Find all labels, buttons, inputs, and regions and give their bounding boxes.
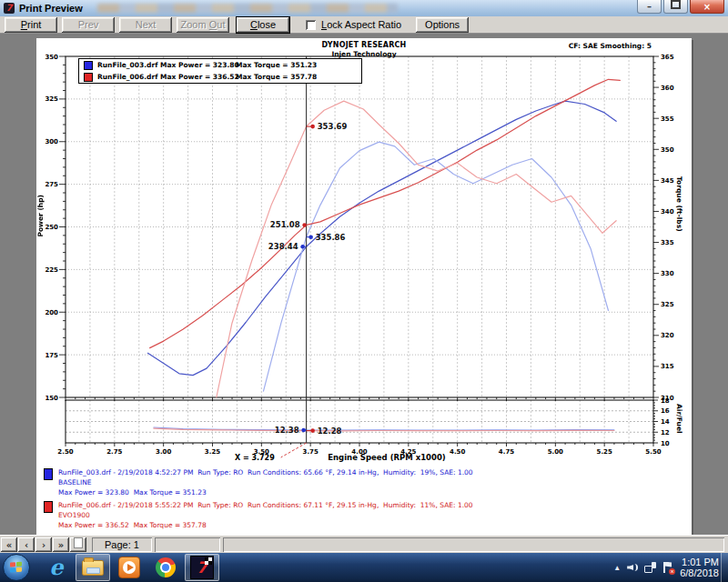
volume-icon[interactable] [627, 562, 638, 573]
start-button[interactable] [3, 554, 30, 581]
run-name: BASELINE [58, 477, 681, 487]
torque-tick-label: 315 [661, 363, 674, 370]
title-path-redacted [97, 4, 398, 13]
power-tick-label: 250 [45, 224, 58, 231]
prev-page-button[interactable]: ‹ [18, 537, 35, 552]
x-tick-label: 5.50 [645, 448, 661, 456]
network-icon[interactable] [644, 562, 656, 573]
legend-text: RunFile_006.drf Max Power = 336.52 [97, 73, 236, 81]
page-setup-button[interactable] [70, 537, 86, 552]
af-tick-label: 14 [661, 418, 670, 426]
torque-tick-label: 335 [661, 239, 674, 246]
af-tick-label: 10 [661, 440, 670, 447]
legend-swatch-blue [84, 61, 93, 70]
power-tick-label: 350 [45, 54, 58, 61]
power-axis-title: Power (hp) [36, 195, 45, 237]
run-max-values: Max Power = 323.80 Max Torque = 351.23 [58, 487, 681, 497]
page-icon [74, 537, 83, 548]
torque-tick-label: 360 [661, 85, 674, 92]
af-tick-label: 18 [661, 397, 670, 405]
taskbar-item-internet-explorer[interactable]: e [39, 554, 74, 581]
close-window-button[interactable]: × [690, 0, 724, 14]
status-panel [155, 537, 220, 552]
zoom-out-button[interactable]: Zoom Out [177, 17, 229, 33]
clock-time: 1:01 PM [680, 557, 719, 567]
show-desktop-button[interactable] [721, 553, 728, 582]
lock-aspect-label: Lock Aspect Ratio [321, 19, 401, 30]
preview-workspace: DYNOJET RESEARCH Injen Technology CF: SA… [0, 34, 728, 535]
taskbar-item-chrome[interactable] [148, 554, 183, 581]
lock-aspect-group: Lock Aspect Ratio [306, 19, 401, 30]
legend-swatch-red [84, 73, 93, 82]
taskbar-item-media-player[interactable] [112, 554, 147, 581]
callout-dot [310, 428, 315, 433]
minimize-button[interactable]: – [637, 0, 662, 14]
series-RunFile_006-power [150, 79, 621, 347]
power-tick-label: 325 [45, 95, 58, 103]
internet-explorer-icon: e [49, 557, 63, 578]
x-tick-label: 3.00 [156, 448, 171, 456]
legend-text: Max Torque = 357.78 [236, 73, 317, 81]
torque-axis-title: Torque (ft-lbs) [675, 176, 683, 232]
x-tick-label: 4.75 [499, 448, 514, 456]
prev-button[interactable]: Prev [62, 17, 115, 33]
run-info-entry: RunFile_003.drf - 2/19/2018 4:52:27 PM R… [44, 467, 681, 497]
run-conditions: RunFile_003.drf - 2/19/2018 4:52:27 PM R… [58, 467, 681, 477]
callout-value-label: 12.28 [318, 426, 342, 436]
torque-tick-label: 325 [661, 301, 674, 308]
legend-text: RunFile_003.drf Max Power = 323.80 [97, 61, 236, 69]
series-RunFile_003-torque [264, 142, 609, 391]
x-tick-label: 2.50 [57, 448, 73, 456]
af-tick-label: 16 [661, 407, 670, 415]
chart-legend: RunFile_003.drf Max Power = 323.80 Max T… [78, 58, 362, 84]
run-swatch-blue [44, 468, 53, 480]
x-tick-label: 5.25 [597, 448, 612, 456]
cursor-x-label: X = 3.729 [235, 454, 275, 462]
callout-dot [308, 235, 313, 239]
restore-icon [671, 0, 681, 9]
title-bar: 7 Print Preview – × [0, 0, 728, 17]
x-tick-label: 5.00 [548, 448, 563, 456]
power-tick-label: 200 [45, 309, 58, 316]
hidden-icons-arrow-icon[interactable]: ▲ [613, 564, 621, 572]
print-button[interactable]: Print [5, 17, 57, 33]
callout-dot [301, 428, 306, 433]
run-conditions: RunFile_006.drf - 2/19/2018 5:55:22 PM R… [58, 500, 681, 510]
legend-text: Max Torque = 351.23 [236, 61, 317, 69]
maximize-button[interactable] [663, 0, 688, 14]
taskbar-item-file-explorer[interactable] [76, 554, 110, 581]
next-button[interactable]: Next [119, 17, 172, 33]
last-page-button[interactable]: » [53, 537, 69, 552]
first-page-button[interactable]: « [1, 537, 17, 552]
action-center-badge: × [669, 568, 675, 575]
x-axis-title: Engine Speed (RPM x1000) [296, 453, 478, 462]
taskbar-item-winpep7[interactable]: 7 [185, 554, 219, 581]
app-icon: 7 [4, 3, 15, 14]
run-info-block: RunFile_003.drf - 2/19/2018 4:52:27 PM R… [44, 467, 681, 533]
legend-row: RunFile_006.drf Max Power = 336.52 Max T… [79, 71, 361, 83]
window-controls: – × [637, 0, 724, 14]
status-panel [223, 537, 724, 552]
callout-dot [302, 223, 307, 227]
lock-aspect-checkbox[interactable] [306, 20, 316, 30]
clock-date: 6/8/2018 [680, 567, 719, 578]
toolbar: Print Prev Next Zoom Out Close Lock Aspe… [0, 16, 728, 34]
torque-tick-label: 340 [661, 208, 674, 216]
options-button[interactable]: Options [416, 17, 469, 33]
torque-tick-label: 350 [661, 146, 674, 154]
next-page-button[interactable]: › [35, 537, 52, 552]
preview-page[interactable]: DYNOJET RESEARCH Injen Technology CF: SA… [36, 38, 692, 535]
callout-value-label: 238.44 [268, 242, 298, 251]
taskbar: e 7 ▲ × 1:01 PM 6/8/2018 [0, 553, 728, 582]
taskbar-clock[interactable]: 1:01 PM 6/8/2018 [680, 557, 719, 578]
af-tick-label: 12 [661, 429, 670, 436]
winpep7-icon: 7 [190, 556, 214, 579]
close-preview-button[interactable]: Close [237, 17, 289, 33]
x-tick-label: 2.75 [106, 448, 122, 456]
action-center-flag-icon[interactable]: × [662, 562, 673, 574]
series-RunFile_003-power [147, 101, 616, 376]
window-title: Print Preview [19, 3, 83, 14]
power-tick-label: 150 [45, 395, 58, 402]
run-name: EVO1900 [58, 510, 681, 520]
callout-dot [300, 245, 305, 249]
